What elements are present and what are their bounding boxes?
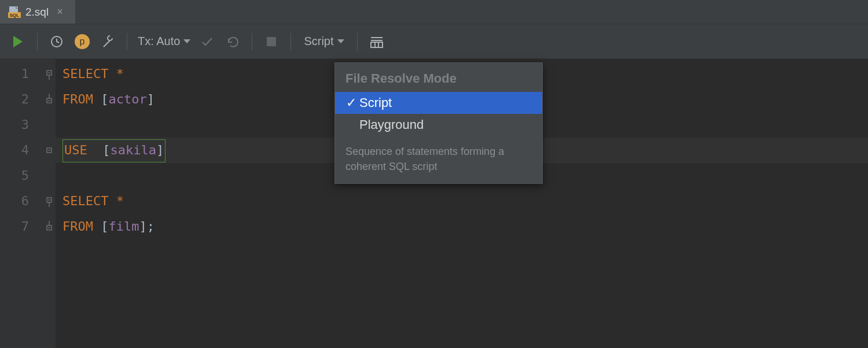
menu-description: Sequence of statements forming a coheren…	[335, 136, 542, 183]
fold-region-end-icon[interactable]	[42, 87, 56, 112]
sql-file-icon: SQL	[8, 6, 21, 18]
fold-region-start-icon[interactable]	[42, 188, 56, 214]
menu-item-label: Playground	[359, 117, 424, 132]
run-button[interactable]	[9, 33, 27, 50]
fold-region-end-icon[interactable]	[42, 214, 56, 239]
p-badge-button[interactable]: p	[73, 33, 91, 50]
close-tab-icon[interactable]: ×	[57, 6, 63, 18]
tab-bar: SQL 2.sql ×	[0, 0, 868, 24]
tx-mode-dropdown[interactable]: Tx: Auto	[138, 35, 190, 48]
menu-item-script[interactable]: ✓ Script	[335, 92, 542, 114]
fold-single-icon[interactable]	[42, 138, 56, 163]
separator	[37, 33, 38, 50]
fold-region-start-icon[interactable]	[42, 61, 56, 87]
line-number: 7	[0, 214, 29, 239]
separator	[290, 33, 291, 50]
file-tab[interactable]: SQL 2.sql ×	[0, 0, 75, 24]
rollback-button[interactable]	[224, 33, 241, 50]
svg-rect-4	[267, 37, 276, 46]
line-number: 2	[0, 87, 29, 112]
line-number: 3	[0, 112, 29, 138]
line-gutter: 1 2 3 4 5 6 7	[0, 59, 42, 348]
commit-button[interactable]	[198, 33, 216, 50]
chevron-down-icon	[337, 39, 344, 43]
history-button[interactable]	[48, 33, 65, 50]
line-number: 6	[0, 188, 29, 214]
menu-header: File Resolve Mode	[335, 63, 542, 92]
sql-toolbar: p Tx: Auto Script	[0, 24, 868, 59]
line-number: 5	[0, 163, 29, 188]
tx-label-text: Tx: Auto	[138, 35, 180, 48]
svg-rect-7	[371, 42, 382, 47]
line-number: 1	[0, 61, 29, 87]
stop-button[interactable]	[263, 33, 280, 50]
check-icon: ✓	[343, 95, 359, 110]
separator	[357, 33, 358, 50]
view-results-button[interactable]	[368, 33, 385, 50]
separator	[127, 33, 127, 50]
chevron-down-icon	[183, 39, 190, 43]
p-badge-icon: p	[75, 34, 90, 49]
line-number: 4	[0, 138, 29, 163]
menu-item-label: Script	[359, 95, 392, 110]
svg-text:SQL: SQL	[10, 13, 20, 18]
separator	[252, 33, 252, 50]
fold-gutter	[42, 59, 56, 348]
resolve-mode-dropdown[interactable]: Script	[301, 35, 346, 48]
settings-button[interactable]	[99, 33, 116, 50]
resolve-mode-menu: File Resolve Mode ✓ Script Playground Se…	[334, 62, 543, 184]
tab-filename: 2.sql	[25, 6, 49, 18]
script-label-text: Script	[304, 35, 333, 48]
menu-item-playground[interactable]: Playground	[335, 114, 542, 136]
